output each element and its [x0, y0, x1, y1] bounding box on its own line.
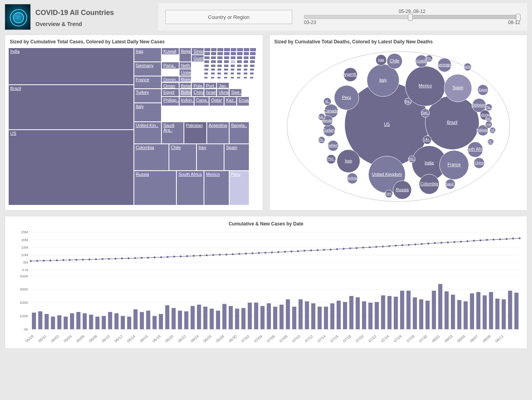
svg-text:Brazil: Brazil — [447, 120, 457, 125]
treemap-cell[interactable]: Kaz.. — [224, 97, 237, 106]
svg-text:25M: 25M — [21, 230, 28, 234]
treemap-cell[interactable]: Egypt — [161, 89, 179, 97]
treemap-cell[interactable]: Roma.. — [179, 76, 192, 82]
treemap-cell[interactable]: India — [8, 48, 134, 85]
svg-rect-209 — [445, 291, 449, 329]
svg-rect-216 — [489, 292, 493, 329]
treemap-cell[interactable]: Israel — [204, 89, 217, 97]
treemap-cell[interactable]: Chile — [169, 144, 196, 171]
treemap-cell[interactable]: Brazil — [8, 85, 134, 130]
treemap-cell[interactable]: Germany — [134, 62, 161, 76]
svg-rect-187 — [305, 301, 309, 329]
treemap-cell[interactable]: Peru — [229, 171, 249, 205]
treemap-cell[interactable]: Ecua.. — [237, 97, 249, 106]
treemap-cell[interactable]: Russia — [134, 171, 176, 205]
treemap-cell[interactable]: Oman — [161, 82, 179, 89]
header: COVID-19 All Countries Overview & Trend … — [5, 3, 527, 31]
svg-text:Iraq: Iraq — [378, 58, 384, 62]
bubble-chart[interactable]: USBrazilMexicoUnited KingdomIndiaItalyFr… — [273, 48, 524, 205]
treemap-cell[interactable]: Singa.. — [191, 48, 204, 55]
svg-rect-163 — [152, 316, 156, 329]
treemap-cell[interactable]: Indon.. — [179, 97, 194, 106]
svg-rect-177 — [241, 308, 245, 329]
svg-text:08/09: 08/09 — [482, 334, 491, 343]
svg-rect-203 — [406, 291, 410, 329]
svg-rect-183 — [280, 305, 284, 329]
combo-chart[interactable]: 0 M5M10M15M20M25M0K100K200K300K400K05/29… — [8, 229, 524, 344]
svg-text:06/18: 06/18 — [152, 334, 161, 343]
treemap-cell[interactable]: Cana.. — [194, 97, 209, 106]
treemap-cell[interactable]: Qatar — [209, 97, 224, 106]
treemap-cell[interactable]: Unite.. — [179, 69, 192, 76]
svg-text:06/14: 06/14 — [126, 334, 136, 343]
treemap-cell[interactable]: South Africa — [176, 171, 204, 205]
treemap-cell[interactable]: China — [191, 89, 204, 97]
treemap-cell[interactable]: United Kin.. — [134, 122, 161, 144]
svg-text:Chile: Chile — [389, 58, 399, 63]
svg-rect-207 — [432, 291, 436, 329]
treemap-cell[interactable]: Jap.. — [217, 82, 229, 89]
svg-text:06/12: 06/12 — [114, 334, 123, 343]
svg-text:China: China — [475, 161, 484, 165]
svg-text:20M: 20M — [21, 238, 28, 242]
svg-rect-165 — [165, 305, 169, 329]
svg-rect-201 — [394, 297, 398, 329]
svg-rect-199 — [381, 295, 385, 329]
svg-rect-179 — [254, 303, 258, 329]
treemap-cell[interactable]: Saudi Ara.. — [161, 122, 184, 144]
treemap-cell[interactable]: Iraq — [134, 48, 161, 62]
date-slider[interactable]: 05-29..08-12 03-23 08-12 — [304, 9, 520, 25]
date-slider-track[interactable] — [304, 15, 520, 19]
treemap-cell[interactable]: Belar.. — [179, 82, 192, 89]
svg-rect-146 — [44, 314, 48, 329]
treemap-cell[interactable]: Swe.. — [229, 89, 242, 97]
treemap-cell[interactable]: Belgi.. — [179, 48, 192, 62]
svg-text:07/10: 07/10 — [291, 334, 301, 343]
svg-text:US: US — [384, 122, 390, 127]
svg-rect-155 — [102, 316, 106, 329]
date-slider-handle-start[interactable] — [408, 14, 413, 21]
treemap-cell[interactable]: Domin.. — [161, 76, 179, 82]
treemap-cell[interactable]: Port.. — [204, 82, 217, 89]
treemap-cell[interactable]: Pakistan — [184, 122, 206, 144]
svg-text:Bolivia: Bolivia — [347, 176, 357, 180]
svg-rect-182 — [273, 307, 277, 329]
treemap-cell[interactable]: Argentina — [207, 122, 229, 144]
treemap-cell[interactable]: Kuwait — [161, 48, 179, 55]
svg-rect-145 — [38, 311, 42, 329]
treemap-cell[interactable]: Turkey — [134, 89, 161, 103]
treemap-cell[interactable]: Philipp.. — [161, 97, 179, 106]
treemap-cell[interactable]: Bolivia — [179, 89, 192, 97]
treemap-chart[interactable]: IndiaBrazilUSIraqGermanyFranceTurkeyItal… — [8, 48, 260, 205]
treemap-cell[interactable]: France — [134, 76, 161, 89]
treemap-cell[interactable]: Pola.. — [191, 82, 204, 89]
svg-text:Ho..: Ho.. — [408, 157, 415, 161]
country-filter-button[interactable]: Country or Region — [165, 10, 292, 24]
svg-text:100K: 100K — [20, 314, 29, 318]
svg-rect-191 — [330, 303, 334, 329]
treemap-cell[interactable]: Iran — [196, 144, 224, 171]
date-slider-fill — [408, 15, 520, 19]
logo-thumbnail — [5, 4, 31, 30]
treemap-cell[interactable]: Bangla.. — [229, 122, 249, 144]
treemap-cell[interactable]: Italy — [134, 103, 161, 122]
svg-text:15M: 15M — [21, 246, 28, 249]
date-slider-handle-end[interactable] — [516, 14, 521, 21]
treemap-cell[interactable]: Spain — [224, 144, 249, 171]
treemap-title: Sized by Cumulative Total Cases, Colored… — [10, 39, 260, 45]
svg-text:07/26: 07/26 — [393, 334, 402, 343]
svg-text:07/12: 07/12 — [304, 334, 314, 343]
treemap-cell[interactable]: US — [8, 130, 134, 205]
svg-text:06/10: 06/10 — [101, 334, 111, 343]
treemap-cell[interactable]: Mexico — [204, 171, 229, 205]
treemap-cell[interactable]: Colombia — [134, 144, 169, 171]
svg-text:06/08: 06/08 — [88, 334, 98, 343]
svg-rect-218 — [502, 300, 506, 329]
svg-rect-169 — [191, 306, 195, 329]
svg-rect-176 — [235, 309, 239, 329]
treemap-cell[interactable]: Guate.. — [191, 55, 204, 62]
treemap-cell[interactable]: Pana.. — [161, 62, 179, 69]
treemap-cell[interactable]: Ukrai.. — [217, 89, 229, 97]
svg-text:France: France — [447, 162, 460, 167]
treemap-cell[interactable]: Neth.. — [179, 62, 192, 69]
